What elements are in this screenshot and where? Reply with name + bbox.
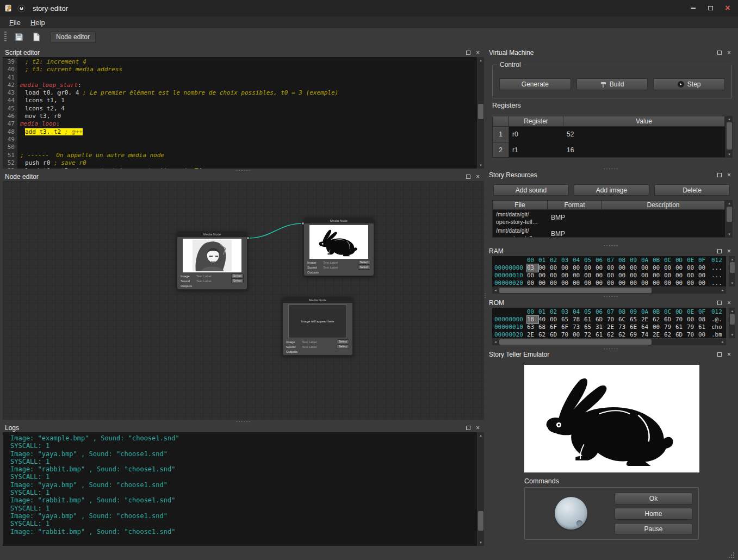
undock-icon[interactable] — [715, 49, 723, 56]
save-button[interactable] — [12, 30, 26, 44]
undock-icon[interactable] — [715, 171, 723, 178]
export-button[interactable] — [29, 30, 44, 44]
splitter-node-logs[interactable] — [3, 419, 484, 423]
registers-header-value[interactable]: Value — [563, 116, 725, 127]
ram-vscrollbar[interactable] — [729, 256, 735, 287]
scroll-right-arrow[interactable] — [720, 339, 725, 345]
scroll-left-arrow[interactable] — [493, 339, 498, 345]
undock-icon[interactable] — [464, 49, 472, 56]
scrollbar-thumb[interactable] — [499, 288, 652, 293]
node-select-button[interactable]: Select — [337, 339, 349, 344]
hex-byte-values[interactable]: 00000000000000000000000000000000 — [527, 272, 710, 279]
scroll-left-arrow[interactable] — [493, 287, 498, 294]
node-select-button[interactable]: Select — [231, 278, 244, 283]
output-port[interactable] — [246, 237, 250, 240]
node-select-button[interactable]: Select — [358, 265, 370, 270]
home-button[interactable]: Home — [615, 508, 692, 520]
splitter-script-node[interactable] — [3, 168, 484, 172]
script-editor-scrollbar[interactable] — [477, 57, 484, 169]
virtual-machine-header[interactable]: Virtual Machine — [487, 48, 735, 57]
close-panel-icon[interactable] — [725, 49, 733, 56]
control-knob[interactable] — [555, 497, 587, 530]
hex-byte-values[interactable]: 1840006578616D706C652E626D700008 — [527, 316, 710, 323]
scroll-down-arrow[interactable] — [477, 163, 484, 168]
scroll-down-arrow[interactable] — [726, 232, 733, 237]
vm-generate-button[interactable]: Generate — [499, 78, 571, 90]
input-port[interactable] — [301, 222, 305, 225]
resize-grip[interactable] — [728, 551, 735, 558]
menu-help[interactable]: Help — [26, 17, 50, 28]
scroll-down-arrow[interactable] — [726, 152, 733, 157]
ram-hex[interactable]: 000102030405060708090A0B0C0D0E0F01200000… — [492, 256, 726, 287]
scroll-up-arrow[interactable] — [726, 116, 733, 122]
scroll-down-arrow[interactable] — [729, 281, 735, 286]
resource-row[interactable]: /mnt/data/git/open-story-tell…BMP — [493, 226, 725, 238]
splitter-resources-ram[interactable] — [487, 243, 735, 247]
graph-node[interactable]: Media NodeImageTest LabelSelectSoundTest… — [177, 231, 247, 290]
ok-button[interactable]: Ok — [615, 493, 692, 505]
splitter-rom-emulator[interactable] — [487, 346, 735, 350]
scroll-down-arrow[interactable] — [729, 332, 735, 338]
node-select-button[interactable]: Select — [337, 344, 349, 349]
close-panel-icon[interactable] — [474, 173, 482, 180]
hex-byte-values[interactable]: 00000000000000000000000000000000 — [527, 279, 710, 287]
close-panel-icon[interactable] — [474, 49, 482, 56]
register-row[interactable]: 1r052 — [493, 127, 725, 142]
pause-button[interactable]: Pause — [615, 523, 692, 535]
logs-content[interactable]: Image: "example.bmp" , Sound: "choose1.s… — [3, 432, 477, 546]
close-panel-icon[interactable] — [725, 351, 733, 358]
vm-build-button[interactable]: Build — [576, 78, 648, 90]
logs-scrollbar[interactable] — [477, 432, 484, 546]
rom-header[interactable]: ROM — [487, 298, 735, 307]
scroll-up-arrow[interactable] — [477, 433, 484, 438]
rom-hex[interactable]: 000102030405060708090A0B0C0D0E0F01200000… — [492, 308, 726, 338]
hex-byte-values[interactable]: 63686F6F7365312E736E640079617961 — [527, 323, 710, 331]
close-panel-icon[interactable] — [474, 424, 482, 431]
node-select-button[interactable]: Select — [231, 273, 244, 278]
scroll-up-arrow[interactable] — [477, 58, 484, 63]
undock-icon[interactable] — [715, 248, 723, 255]
story-resources-header[interactable]: Story Resources — [487, 170, 735, 179]
add-sound-button[interactable]: Add sound — [493, 184, 569, 196]
hex-byte-values[interactable]: 03000000000000000000000000000000 — [527, 264, 710, 272]
resource-row[interactable]: /mnt/data/git/open-story-tell…BMP — [493, 210, 725, 226]
resources-header-file[interactable]: File — [493, 201, 548, 210]
close-panel-icon[interactable] — [725, 171, 733, 178]
close-panel-icon[interactable] — [725, 300, 733, 307]
script-editor-header[interactable]: Script editor — [3, 48, 484, 57]
script-editor-content[interactable]: 39; t2: increment 440; t3: current media… — [3, 57, 477, 169]
undock-icon[interactable] — [715, 300, 723, 307]
scroll-down-arrow[interactable] — [477, 540, 484, 545]
resources-header-description[interactable]: Description — [602, 201, 725, 210]
scroll-up-arrow[interactable] — [726, 201, 733, 206]
rom-hscrollbar[interactable] — [492, 338, 726, 345]
scrollbar-thumb[interactable] — [730, 262, 735, 273]
vm-step-button[interactable]: Step — [653, 78, 725, 90]
menu-file[interactable]: File — [4, 17, 26, 28]
delete-button[interactable]: Delete — [654, 184, 730, 196]
scroll-right-arrow[interactable] — [720, 287, 725, 294]
node-editor-header[interactable]: Node editor — [3, 172, 484, 181]
registers-scrollbar[interactable] — [725, 116, 733, 158]
title-bar[interactable]: story-editor — [0, 0, 738, 16]
register-row[interactable]: 2r116 — [493, 142, 725, 158]
undock-icon[interactable] — [715, 351, 723, 358]
ram-header[interactable]: RAM — [487, 247, 735, 256]
undock-icon[interactable] — [464, 424, 472, 431]
node-editor-toggle-button[interactable]: Node editor — [50, 32, 96, 43]
scroll-up-arrow[interactable] — [729, 257, 735, 262]
add-image-button[interactable]: Add image — [574, 184, 649, 196]
graph-node[interactable]: Media NodeImageTest LabelSelectSoundTest… — [303, 217, 374, 276]
maximize-button[interactable] — [704, 3, 716, 14]
splitter-ram-rom[interactable] — [487, 294, 735, 298]
registers-header-register[interactable]: Register — [509, 116, 563, 127]
resources-header-format[interactable]: Format — [548, 201, 602, 210]
scrollbar-thumb[interactable] — [499, 339, 652, 345]
scroll-up-arrow[interactable] — [729, 308, 735, 314]
hex-byte-values[interactable]: 2E626D70007261626269742E626D7000 — [527, 331, 710, 338]
graph-node[interactable]: Media NodeImage will appear hereImageTes… — [282, 297, 353, 356]
scrollbar-thumb[interactable] — [478, 104, 483, 119]
rom-vscrollbar[interactable] — [729, 308, 735, 338]
minimize-button[interactable] — [687, 3, 699, 14]
emulator-header[interactable]: Story Teller Emulator — [487, 350, 735, 359]
